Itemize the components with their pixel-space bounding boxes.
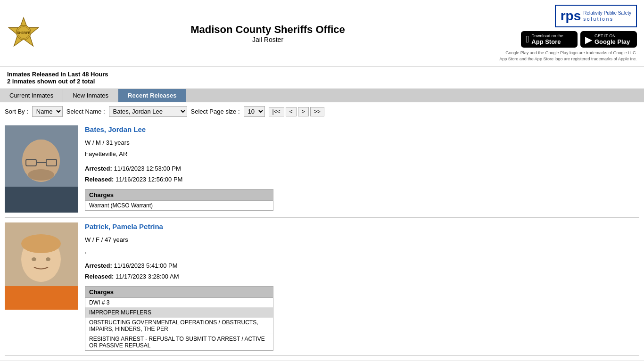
inmate-details-2: Patrick, Pamela Petrina W / F / 47 years… — [85, 222, 639, 351]
svg-text:SHERIFF: SHERIFF — [17, 31, 30, 34]
inmate-race-gender-age-1: W / M / 31 years — [85, 137, 639, 148]
tab-current-inmates[interactable]: Current Inmates — [0, 89, 63, 102]
charge-row: RESISTING ARREST - REFUSAL TO SUBMIT TO … — [85, 334, 273, 350]
inmate-photo-placeholder-1 — [5, 125, 78, 213]
svg-point-15 — [21, 234, 61, 253]
charge-row: IMPROPER MUFFLERS — [85, 308, 273, 318]
svg-rect-6 — [5, 187, 78, 213]
inmate-dates-1: Arrested: 11/16/2023 12:53:00 PM Release… — [85, 163, 639, 185]
rps-tagline: Relativity Public Safety s o l u t i o n… — [583, 10, 631, 22]
app-store-button[interactable]:  Download on the App Store — [521, 31, 578, 48]
tab-recent-releases[interactable]: Recent Releases — [118, 89, 186, 102]
inmate-dates-2: Arrested: 11/16/2023 5:41:00 PM Released… — [85, 260, 639, 282]
charges-table-1: Charges Warrant (MCSO Warrant) — [85, 189, 273, 211]
select-name-label: Select Name : — [66, 108, 105, 115]
inmate-location-1: Fayetteville, AR — [85, 148, 639, 159]
inmates-count: 2 inmates shown out of 2 total — [7, 78, 637, 85]
svg-point-11 — [28, 169, 54, 181]
top-pagination: |<< < > >> — [269, 107, 324, 116]
inmate-details-1: Bates, Jordan Lee W / M / 31 years Fayet… — [85, 125, 639, 213]
trademark-notice: Google Play and the Google Play logo are… — [499, 50, 637, 62]
roster-subtitle: Jail Roster — [50, 36, 486, 43]
apple-icon:  — [526, 34, 529, 45]
inmate-arrested-2: Arrested: 11/16/2023 5:41:00 PM — [85, 260, 639, 271]
next-page-button[interactable]: > — [298, 107, 309, 116]
inmate-name-1: Bates, Jordan Lee — [85, 125, 639, 133]
page-size-select[interactable]: 10 25 50 — [244, 106, 265, 117]
inmate-location-2: , — [85, 246, 639, 256]
svg-rect-14 — [5, 286, 78, 310]
last-page-button[interactable]: >> — [310, 107, 324, 116]
inmate-photo-placeholder-2 — [5, 222, 78, 310]
page-header: SHERIFF Madison County Sheriffs Office J… — [0, 0, 644, 67]
nav-tabs-bar: Current Inmates New Inmates Recent Relea… — [0, 89, 644, 102]
tab-new-inmates[interactable]: New Inmates — [63, 89, 118, 102]
sheriff-star-icon: SHERIFF — [7, 16, 40, 49]
google-play-button[interactable]: ▶ GET IT ON Google Play — [580, 31, 637, 48]
svg-point-16 — [32, 257, 36, 261]
header-right-area: rps Relativity Public Safety s o l u t i… — [486, 5, 637, 62]
google-play-text: GET IT ON Google Play — [594, 33, 630, 45]
header-title-area: Madison County Sheriffs Office Jail Rost… — [50, 24, 486, 43]
first-page-button[interactable]: |<< — [269, 107, 284, 116]
sort-by-label: Sort By : — [5, 108, 28, 115]
charges-header-1: Charges — [85, 189, 273, 201]
select-name-dropdown[interactable]: Bates, Jordan Lee Patrick, Pamela Petrin… — [109, 106, 187, 117]
charge-row: OBSTRUCTING GOVERNMENTAL OPERATIONS / OB… — [85, 318, 273, 334]
inmate-info-1: W / M / 31 years Fayetteville, AR — [85, 137, 639, 159]
svg-point-17 — [46, 257, 50, 261]
inmate-arrested-1: Arrested: 11/16/2023 12:53:00 PM — [85, 163, 639, 174]
rps-logo: rps Relativity Public Safety s o l u t i… — [555, 5, 637, 27]
charges-table-2: Charges DWI # 3 IMPROPER MUFFLERS OBSTRU… — [85, 286, 273, 351]
table-row: Bates, Jordan Lee W / M / 31 years Fayet… — [5, 121, 639, 218]
prev-page-button[interactable]: < — [286, 107, 297, 116]
inmate-list: Bates, Jordan Lee W / M / 31 years Fayet… — [0, 121, 644, 356]
inmate-race-gender-age-2: W / F / 47 years — [85, 234, 639, 245]
app-store-text: Download on the App Store — [531, 33, 563, 45]
sheriff-badge: SHERIFF — [7, 16, 50, 50]
google-play-icon: ▶ — [585, 34, 592, 45]
inmate-name-2: Patrick, Pamela Petrina — [85, 222, 639, 230]
top-controls-bar: Sort By : Name Select Name : Bates, Jord… — [0, 102, 644, 121]
charge-row: DWI # 3 — [85, 298, 273, 308]
app-download-buttons:  Download on the App Store ▶ GET IT ON … — [521, 31, 637, 48]
inmate-info-2: W / F / 47 years , — [85, 234, 639, 256]
subheader-section: Inmates Released in Last 48 Hours 2 inma… — [0, 67, 644, 89]
charge-row: Warrant (MCSO Warrant) — [85, 201, 273, 210]
inmate-photo-2 — [5, 222, 78, 310]
inmates-released-heading: Inmates Released in Last 48 Hours — [7, 71, 637, 78]
office-title: Madison County Sheriffs Office — [50, 24, 486, 36]
table-row: Patrick, Pamela Petrina W / F / 47 years… — [5, 218, 639, 356]
inmate-released-1: Released: 11/16/2023 12:56:00 PM — [85, 174, 639, 185]
sort-by-select[interactable]: Name — [32, 106, 63, 117]
inmate-photo-1 — [5, 125, 78, 213]
page-size-label: Select Page size : — [191, 108, 240, 115]
inmate-released-2: Released: 11/17/2023 3:28:00 AM — [85, 271, 639, 282]
rps-letters: rps — [561, 8, 581, 24]
charges-header-2: Charges — [85, 287, 273, 298]
